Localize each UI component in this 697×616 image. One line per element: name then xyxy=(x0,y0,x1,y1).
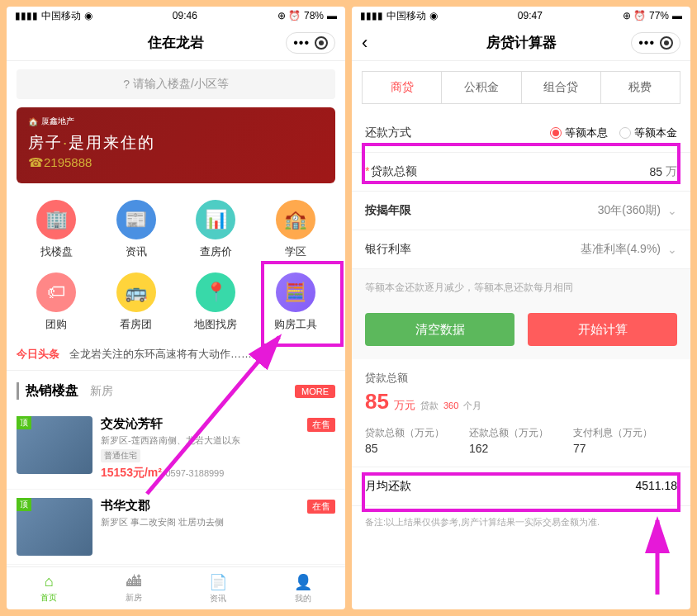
banner-ad[interactable]: 🏠 厦鑫地产 房子·是用来住的 ☎2195888 xyxy=(17,107,335,183)
result-col-loan: 贷款总额（万元）85 xyxy=(365,426,469,455)
status-bar: ▮▮▮▮ 中国移动 ◉ 09:47 ⊕ ⏰ 77% ▬ xyxy=(352,7,690,25)
grid-item-group[interactable]: 🏷团购 xyxy=(17,266,97,339)
label-years: 按揭年限 xyxy=(365,203,598,218)
battery-percent: 77% xyxy=(649,10,669,21)
row-monthly: 月均还款 4511.18 xyxy=(352,467,690,505)
category-grid: 🏢找楼盘 📰资讯 📊查房价 🏫学区 🏷团购 🚌看房团 📍地图找房 🧮购房工具 xyxy=(7,193,345,339)
top-badge: 顶 xyxy=(17,416,31,429)
search-placeholder: 请输入楼盘/小区等 xyxy=(133,77,229,92)
banner-title: 房子·是用来住的 xyxy=(28,132,324,154)
calculator-icon: 🧮 xyxy=(276,272,315,312)
grid-item-school[interactable]: 🏫学区 xyxy=(256,193,336,266)
row-years[interactable]: 按揭年限 30年(360期)⌄ xyxy=(352,192,690,230)
listing-thumb: 顶 xyxy=(17,416,92,474)
monthly-value: 4511.18 xyxy=(635,479,677,494)
result-amount: 85 xyxy=(365,389,389,415)
tab-news[interactable]: 📄资讯 xyxy=(176,567,261,609)
section-header: 热销楼盘 新房 MORE xyxy=(7,371,345,408)
clear-button[interactable]: 清空数据 xyxy=(365,313,514,346)
home-icon: ⌂ xyxy=(45,573,54,590)
nav-actions[interactable]: ••• xyxy=(631,32,680,54)
result-months: 360 xyxy=(443,400,458,410)
listing-phone: 0597-3188999 xyxy=(165,468,224,478)
more-icon[interactable]: ••• xyxy=(638,36,655,50)
headline-row[interactable]: 今日头条 全龙岩关注的东环高速将有大动作…… xyxy=(7,339,345,371)
alarm-icon: ⊕ ⏰ xyxy=(277,10,301,21)
chevron-down-icon: ⌄ xyxy=(667,204,677,217)
more-icon[interactable]: ••• xyxy=(293,36,310,50)
target-icon[interactable] xyxy=(660,36,673,50)
bus-icon: 🚌 xyxy=(116,272,156,312)
label-repay: 还款方式 xyxy=(365,126,550,140)
nav-bar: ‹ 房贷计算器 ••• xyxy=(352,25,690,61)
phone-left: ▮▮▮▮ 中国移动 ◉ 09:46 ⊕ ⏰ 78% ▬ 住在龙岩 ••• ? 请… xyxy=(7,7,345,609)
result-col-interest: 支付利息（万元）77 xyxy=(573,426,677,455)
tab-fund[interactable]: 公积金 xyxy=(442,72,521,103)
result-total-label: 贷款总额 xyxy=(365,371,677,386)
years-value: 30年(360期) xyxy=(598,203,661,218)
search-input[interactable]: ? 请输入楼盘/小区等 xyxy=(17,69,335,99)
radio-equal-principal[interactable]: 等额本金 xyxy=(619,126,677,140)
section-sub[interactable]: 新房 xyxy=(90,384,295,399)
listing-price: 15153元/m² xyxy=(101,466,162,479)
grid-item-price[interactable]: 📊查房价 xyxy=(176,193,256,266)
battery-icon: ▬ xyxy=(327,10,337,21)
alarm-icon: ⊕ ⏰ xyxy=(623,10,646,21)
school-icon: 🏫 xyxy=(276,200,315,239)
building-icon: 🏢 xyxy=(36,200,76,239)
target-icon[interactable] xyxy=(315,36,328,50)
label-amount: *贷款总额 xyxy=(365,164,649,179)
button-row: 清空数据 开始计算 xyxy=(352,306,690,359)
listing-location: 新罗区 事二改安阁 壮居功去侧 xyxy=(101,516,335,528)
label-rate: 银行利率 xyxy=(365,242,581,257)
person-icon: 👤 xyxy=(294,573,312,591)
row-loan-amount[interactable]: *贷款总额 85 万 xyxy=(352,153,690,192)
result-col-repay: 还款总额（万元）162 xyxy=(469,426,573,455)
nav-bar: 住在龙岩 ••• xyxy=(7,25,345,61)
tab-commercial[interactable]: 商贷 xyxy=(363,72,442,103)
amount-value: 85 xyxy=(649,165,662,178)
tab-tax[interactable]: 税费 xyxy=(601,72,680,103)
tab-bar: ⌂首页 🏙新房 📄资讯 👤我的 xyxy=(7,566,345,609)
sale-badge: 在售 xyxy=(307,418,335,432)
newspaper-icon: 📄 xyxy=(209,573,227,591)
listing-item[interactable]: 顶 交发沁芳轩 新罗区-莲西路南侧、龙岩大道以东 普通住宅 15153元/m² … xyxy=(7,408,345,490)
tab-combo[interactable]: 组合贷 xyxy=(522,72,601,103)
tag-icon: 🏷 xyxy=(36,272,76,312)
chart-icon: 📊 xyxy=(196,200,235,239)
phone-right: ▮▮▮▮ 中国移动 ◉ 09:47 ⊕ ⏰ 77% ▬ ‹ 房贷计算器 ••• … xyxy=(352,7,690,609)
tab-home[interactable]: ⌂首页 xyxy=(7,567,92,609)
listing-type: 普通住宅 xyxy=(101,449,140,462)
tab-new[interactable]: 🏙新房 xyxy=(92,567,177,609)
grid-item-map[interactable]: 📍地图找房 xyxy=(176,266,256,339)
status-time: 09:46 xyxy=(173,10,197,21)
nav-actions[interactable]: ••• xyxy=(286,32,335,54)
listing-name: 交发沁芳轩 xyxy=(101,416,335,432)
radio-equal-installment[interactable]: 等额本息 xyxy=(550,126,608,140)
battery-percent: 78% xyxy=(304,10,324,21)
row-repay-method: 还款方式 等额本息 等额本金 xyxy=(352,114,690,153)
grid-item-tour[interactable]: 🚌看房团 xyxy=(97,266,177,339)
grid-item-listings[interactable]: 🏢找楼盘 xyxy=(17,193,97,266)
battery-icon: ▬ xyxy=(672,10,682,21)
grid-item-news[interactable]: 📰资讯 xyxy=(97,193,177,266)
row-rate[interactable]: 银行利率 基准利率(4.9%)⌄ xyxy=(352,230,690,269)
calculate-button[interactable]: 开始计算 xyxy=(528,313,677,346)
grid-item-tools[interactable]: 🧮购房工具 xyxy=(256,266,336,339)
listing-thumb: 顶 xyxy=(17,498,92,556)
back-button[interactable]: ‹ xyxy=(362,32,367,54)
signal-icon: ▮▮▮▮ xyxy=(360,10,383,21)
result-unit: 万元 xyxy=(394,398,415,413)
page-title: 住在龙岩 xyxy=(148,33,204,52)
section-title: 热销楼盘 xyxy=(17,382,78,400)
listing-item[interactable]: 顶 书华文郡 新罗区 事二改安阁 壮居功去侧 在售 xyxy=(7,490,345,565)
result-months-unit: 个月 xyxy=(463,400,481,412)
tab-me[interactable]: 👤我的 xyxy=(261,567,346,609)
signal-icon: ▮▮▮▮ xyxy=(15,10,38,21)
amount-unit: 万 xyxy=(666,164,677,179)
banner-logo: 🏠 厦鑫地产 xyxy=(28,116,324,127)
monthly-label: 月均还款 xyxy=(365,479,411,494)
more-button[interactable]: MORE xyxy=(295,385,335,398)
hint-text: 等额本金还款逐月减少，等额本息还款每月相同 xyxy=(352,269,690,306)
radio-icon xyxy=(619,127,631,139)
